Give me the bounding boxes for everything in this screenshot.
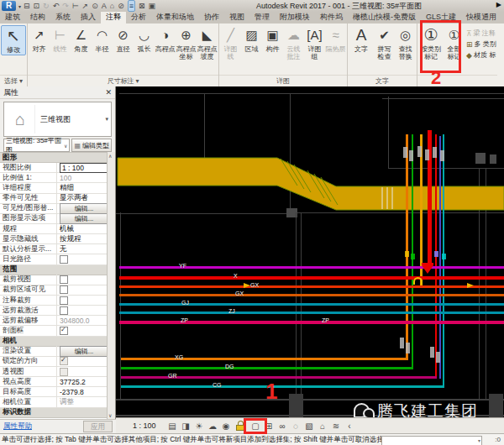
property-row[interactable]: 透视图 [0,367,108,377]
pipe-line[interactable] [119,312,504,314]
ribbon-tab[interactable]: 管理 [249,12,275,24]
temporary-hide-isolate-icon[interactable]: ∞ [278,421,287,431]
sun-path-icon[interactable]: ☀ [195,421,204,431]
property-row[interactable]: 远剪裁偏移 304800.0 304800.0 [0,316,108,326]
pipe-tag[interactable] [433,147,437,158]
beam-annotation-button[interactable]: ⊼ 梁 注释 [466,28,496,39]
checkbox[interactable] [60,306,68,315]
property-row[interactable]: 裁剪区域可见 [0,285,108,296]
pipe-tag[interactable] [425,149,429,160]
property-row[interactable]: 注释裁剪 [0,296,108,306]
visual-style-icon[interactable]: ◨ [181,421,191,431]
switch-windows-icon[interactable]: ▣ [149,1,156,11]
property-row[interactable]: 视点高度 37725.2 37725.2 [0,377,108,387]
checkbox[interactable] [60,327,68,335]
reveal-hidden-elements-icon[interactable]: ◌ [291,421,301,431]
pipe-line[interactable] [119,276,504,280]
angular-dimension-button[interactable]: ∠ 角度 [71,25,92,54]
pipe-tag[interactable] [403,147,407,158]
text-button[interactable]: A 文字 [349,25,374,54]
pipe-tag[interactable] [405,251,409,257]
pipe-tag[interactable] [417,146,422,157]
revision-cloud-button[interactable]: ☁ 云线 批注 [283,25,304,60]
type-selector[interactable]: ⌂ 三维视图 ▾ [3,102,112,137]
pipe-tag[interactable] [409,150,413,161]
panel-label-text[interactable]: 文字 [348,75,417,86]
synchronize-icon[interactable]: ↻ [43,1,50,11]
rendering-dialog-icon[interactable]: ◉ [222,421,231,431]
application-menu-arrow-icon[interactable]: ▾ [18,3,21,9]
ribbon-tab[interactable]: 插入 [76,12,101,24]
section-icon[interactable]: ⊘ [118,1,124,11]
ribbon-tab[interactable]: 附加模块 [275,12,315,24]
properties-help-link[interactable]: 属性帮助 [3,421,32,432]
region-button[interactable]: ▨ 区域 [241,25,262,54]
panel-label-dimension[interactable]: 尺寸标注 ▾ [28,75,218,86]
design-options-combo[interactable]: ▾ [381,436,482,445]
ribbon-tab[interactable]: 建筑 [0,12,25,24]
pipe-line[interactable] [119,285,504,288]
find-replace-button[interactable]: ◎ 查找 替换 [395,25,416,60]
pipe-line[interactable] [119,266,504,269]
insulation-button[interactable]: ≈ 隔热层 [325,25,346,54]
view-scale-button[interactable]: 1 : 100 [133,421,156,430]
pipe-riser[interactable] [406,134,408,360]
checkbox[interactable] [60,255,68,264]
application-menu-button[interactable]: R [2,1,16,11]
temporary-view-properties-icon[interactable]: ▧ [305,421,314,431]
pipe-tag[interactable] [442,254,446,259]
pipe-tag[interactable] [430,347,434,358]
pipe-tag[interactable] [406,343,410,353]
open-icon[interactable]: ⊟ [24,1,30,11]
pipe-line[interactable] [119,303,504,306]
pipe-tag[interactable] [411,254,415,259]
valve-icon[interactable] [422,265,433,274]
tag-icon[interactable]: ⊙ [92,1,98,11]
pipe-riser[interactable] [443,134,444,388]
close-icon[interactable]: ✕ [105,88,112,97]
aligned-dimension-button[interactable]: ↗ 对齐 [29,25,50,54]
checkbox[interactable] [60,275,68,284]
property-row[interactable]: 剖面框 [0,326,108,336]
property-row[interactable]: 范围 [0,265,108,275]
pipe-tag[interactable] [434,251,438,257]
property-row[interactable]: 视图比例 1 : 100 1 : 100 [0,163,108,173]
panel-label-select[interactable]: 选择 ▾ [0,75,27,86]
arc-length-button[interactable]: ◡ 弧长 [134,25,155,54]
property-row[interactable]: 图形显示选项 编辑... 编辑... [0,214,108,224]
pipe-riser[interactable] [412,134,413,369]
edit-type-button[interactable]: ▦ 编辑类型 [71,139,112,152]
panel-label-detail[interactable]: 详图 [219,75,347,86]
close-hidden-windows-icon[interactable]: ⊠ [139,1,145,11]
property-row[interactable]: 规程 机械 机械 [0,224,108,234]
ribbon-tab[interactable]: 注释 [101,12,126,24]
spot-slope-button[interactable]: ◣ 高程点 坡度 [197,25,218,60]
pipe-fitting-icon[interactable] [413,277,423,285]
pipe-line[interactable] [121,358,408,360]
property-row[interactable]: 标识数据 [0,408,108,418]
diameter-dimension-button[interactable]: ⊘ 直径 [113,25,134,54]
ribbon-tab[interactable]: 分析 [126,12,151,24]
property-row[interactable]: 锁定的方向 [0,357,108,367]
scroll-up-icon[interactable]: ∧ [108,153,112,159]
spelling-button[interactable]: ✔ 拼写 检查 [374,25,395,60]
linear-dimension-button[interactable]: ⊢ 线性 [50,25,71,54]
checkbox[interactable] [60,368,68,376]
save-icon[interactable]: ⊡ [34,1,40,11]
component-button[interactable]: ▣ 构件 [262,25,283,54]
ribbon-tab[interactable]: 协作 [199,12,224,24]
pipe-line[interactable] [119,321,504,324]
ribbon-tab[interactable]: 结构 [25,12,50,24]
property-row[interactable]: 远剪裁激活 [0,306,108,316]
pipe-tag[interactable] [436,352,440,363]
ribbon-tab[interactable]: 橄榄山快模-免费版 [348,12,421,24]
thin-lines-icon[interactable]: ≡ [128,0,135,12]
material-tag-button[interactable]: ◆ 材质 标 [466,50,496,60]
property-row[interactable]: 相机位置 调整 调整 [0,397,108,407]
property-row[interactable]: 比例值 1: 100 100 [0,173,108,183]
pipe-tag[interactable] [440,150,444,161]
checkbox[interactable] [60,285,68,294]
panel-label-tag[interactable] [417,75,497,86]
chevron-down-icon[interactable]: ▾ [105,116,108,123]
checkbox[interactable] [60,357,68,365]
